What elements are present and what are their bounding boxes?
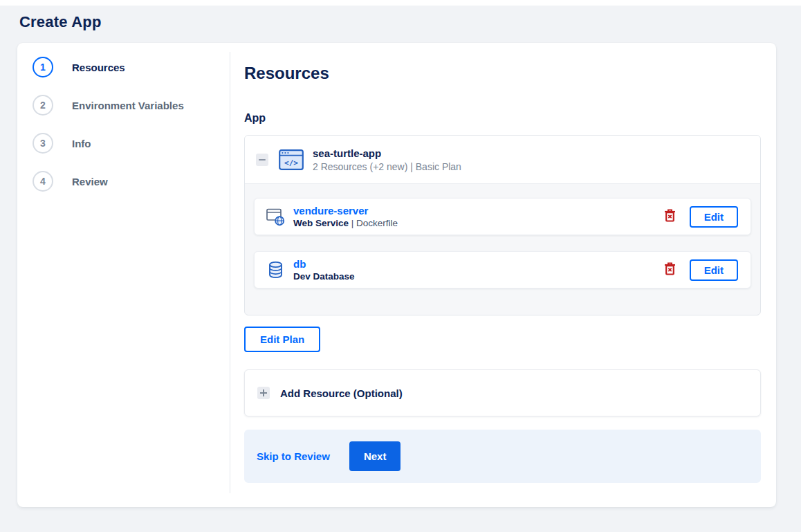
step-label: Environment Variables [72,100,184,111]
minus-icon [259,159,266,161]
database-icon [266,261,285,279]
app-name: sea-turtle-app [313,147,461,159]
app-section-label: App [244,112,761,125]
step-number-badge: 3 [33,133,53,154]
step-number-badge: 2 [33,95,53,116]
step-label: Review [72,176,108,187]
plus-icon [257,387,270,399]
step-number-badge: 4 [33,171,53,192]
edit-plan-button[interactable]: Edit Plan [244,327,320,352]
page-title: Create App [0,6,801,31]
web-service-icon [266,208,285,226]
step-environment-variables[interactable]: 2 Environment Variables [33,95,230,116]
wizard-footer-bar: Skip to Review Next [244,430,761,483]
edit-resource-button[interactable]: Edit [690,206,738,228]
collapse-app-button[interactable] [256,154,268,166]
edit-resource-button[interactable]: Edit [690,259,738,281]
skip-to-review-link[interactable]: Skip to Review [257,450,330,462]
step-info[interactable]: 3 Info [33,133,230,154]
resource-type: Dev Database [293,271,355,282]
delete-resource-button[interactable] [661,206,679,227]
resource-detail: | Dockerfile [349,218,398,228]
app-card-header: </> sea-turtle-app 2 Resources (+2 new) … [245,136,760,184]
resource-row: vendure-server Web Service | Dockerfile [254,198,751,235]
resource-name-link[interactable]: db [293,258,355,270]
resource-subtitle: Web Service | Dockerfile [293,218,398,228]
resource-row: db Dev Database [254,251,751,288]
step-review[interactable]: 4 Review [33,171,230,192]
app-card: </> sea-turtle-app 2 Resources (+2 new) … [244,135,761,315]
add-resource-label: Add Resource (Optional) [280,387,403,399]
trash-icon [664,262,676,277]
add-resource-button[interactable]: Add Resource (Optional) [244,369,761,416]
resource-text-block: db Dev Database [293,258,355,282]
resource-text-block: vendure-server Web Service | Dockerfile [293,205,398,228]
resources-step-content: Resources App </> [230,43,776,507]
step-label: Info [72,138,91,149]
resource-type: Web Service [293,218,349,228]
resources-heading: Resources [244,64,761,83]
resource-name-link[interactable]: vendure-server [293,205,398,217]
trash-icon [664,209,676,224]
app-summary: 2 Resources (+2 new) | Basic Plan [313,161,461,172]
next-button[interactable]: Next [349,441,401,471]
create-app-card: 1 Resources 2 Environment Variables 3 In… [17,43,776,507]
delete-resource-button[interactable] [661,259,679,280]
svg-text:</>: </> [284,158,298,167]
resource-subtitle: Dev Database [293,271,355,282]
step-label: Resources [72,62,125,73]
app-title-block: sea-turtle-app 2 Resources (+2 new) | Ba… [313,147,461,172]
app-resources-list: vendure-server Web Service | Dockerfile [245,184,760,315]
page-background: Create App 1 Resources 2 Environment Var… [0,6,801,532]
step-number-badge: 1 [33,57,53,77]
wizard-steps-sidebar: 1 Resources 2 Environment Variables 3 In… [17,52,230,493]
app-window-code-icon: </> [279,149,304,170]
step-resources[interactable]: 1 Resources [33,57,230,77]
